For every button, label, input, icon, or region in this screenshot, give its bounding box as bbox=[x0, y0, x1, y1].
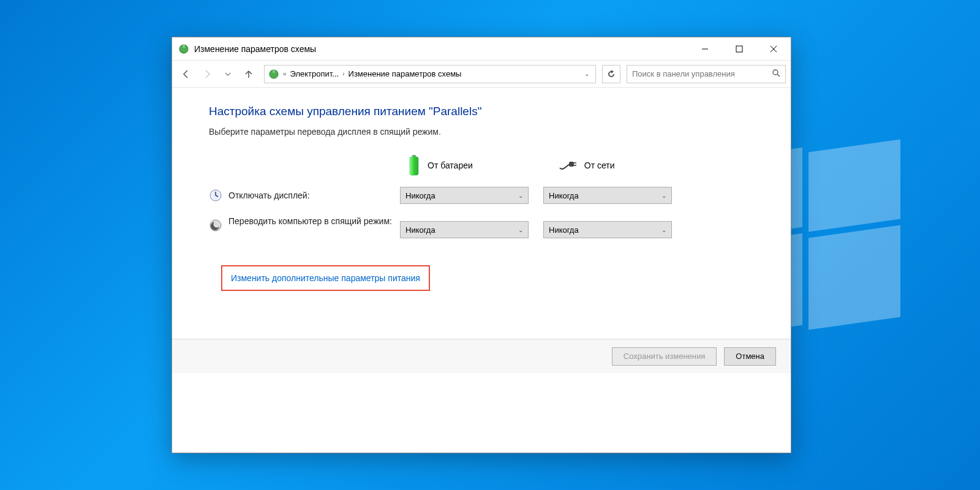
refresh-button[interactable] bbox=[602, 65, 620, 83]
plugged-column-header: От сети bbox=[559, 159, 615, 172]
page-title: Настройка схемы управления питанием "Par… bbox=[209, 105, 754, 118]
control-panel-window: Изменение параметров схемы bbox=[172, 37, 791, 453]
select-value: Никогда bbox=[405, 191, 518, 200]
breadcrumb-chevron-icon: › bbox=[342, 70, 344, 77]
search-placeholder: Поиск в панели управления bbox=[632, 69, 772, 78]
sleep-label: Переводить компьютер в спящий режим: bbox=[228, 216, 400, 226]
close-button[interactable] bbox=[756, 37, 791, 60]
chevron-down-icon: ⌄ bbox=[518, 192, 523, 199]
chevron-down-icon bbox=[225, 71, 231, 77]
display-icon bbox=[209, 189, 222, 202]
recent-button[interactable] bbox=[219, 65, 237, 83]
svg-rect-3 bbox=[736, 46, 742, 52]
cancel-button-label: Отмена bbox=[736, 352, 764, 361]
advanced-link-highlight: Изменить дополнительные параметры питани… bbox=[221, 265, 430, 291]
svg-point-8 bbox=[773, 70, 778, 75]
refresh-icon bbox=[607, 70, 616, 78]
breadcrumb-dropdown-icon[interactable]: ⌄ bbox=[582, 70, 592, 77]
display-off-battery-select[interactable]: Никогда ⌄ bbox=[400, 187, 529, 204]
power-options-icon bbox=[268, 69, 279, 80]
plugged-label: От сети bbox=[584, 160, 615, 170]
navbar: « Электропит... › Изменение параметров с… bbox=[172, 61, 791, 88]
chevron-down-icon: ⌄ bbox=[518, 227, 523, 233]
breadcrumb-sep-icon: « bbox=[283, 70, 287, 77]
back-button[interactable] bbox=[177, 65, 195, 83]
svg-rect-10 bbox=[412, 155, 416, 157]
search-input[interactable]: Поиск в панели управления bbox=[627, 65, 786, 83]
sleep-plugged-select[interactable]: Никогда ⌄ bbox=[543, 221, 672, 238]
search-icon bbox=[772, 69, 780, 79]
battery-icon bbox=[408, 155, 420, 176]
up-button[interactable] bbox=[239, 65, 258, 83]
save-button: Сохранить изменения bbox=[612, 347, 717, 366]
chevron-down-icon: ⌄ bbox=[662, 227, 666, 233]
content-area: Настройка схемы управления питанием "Par… bbox=[172, 88, 791, 339]
display-off-plugged-select[interactable]: Никогда ⌄ bbox=[543, 187, 672, 204]
advanced-settings-link[interactable]: Изменить дополнительные параметры питани… bbox=[231, 273, 420, 283]
back-icon bbox=[181, 69, 191, 79]
svg-rect-1 bbox=[183, 45, 185, 48]
breadcrumb-current[interactable]: Изменение параметров схемы bbox=[349, 69, 462, 78]
svg-line-9 bbox=[777, 74, 780, 77]
power-options-icon bbox=[178, 43, 189, 55]
select-value: Никогда bbox=[549, 225, 662, 235]
chevron-down-icon: ⌄ bbox=[662, 192, 666, 199]
button-bar: Сохранить изменения Отмена bbox=[172, 339, 791, 373]
battery-column-header: От батареи bbox=[408, 155, 473, 176]
display-off-label: Отключать дисплей: bbox=[228, 190, 400, 200]
breadcrumb-parent[interactable]: Электропит... bbox=[290, 69, 339, 78]
page-subtitle: Выберите параметры перевода дисплея в сп… bbox=[209, 127, 754, 137]
titlebar: Изменение параметров схемы bbox=[172, 37, 791, 61]
forward-button bbox=[198, 65, 216, 83]
minimize-icon bbox=[701, 45, 709, 53]
select-value: Никогда bbox=[549, 191, 662, 200]
up-icon bbox=[244, 69, 254, 79]
cancel-button[interactable]: Отмена bbox=[724, 347, 776, 366]
maximize-icon bbox=[736, 45, 743, 53]
minimize-button[interactable] bbox=[688, 37, 722, 60]
breadcrumb[interactable]: « Электропит... › Изменение параметров с… bbox=[264, 65, 596, 83]
sleep-row: Переводить компьютер в спящий режим: Ник… bbox=[209, 216, 754, 238]
svg-rect-11 bbox=[410, 157, 418, 175]
display-off-row: Отключать дисплей: Никогда ⌄ Никогда ⌄ bbox=[209, 187, 754, 204]
close-icon bbox=[770, 45, 777, 53]
battery-label: От батареи bbox=[428, 160, 473, 170]
sleep-battery-select[interactable]: Никогда ⌄ bbox=[400, 221, 529, 238]
svg-rect-7 bbox=[273, 70, 275, 73]
forward-icon bbox=[202, 69, 212, 79]
columns-header: От батареи От сети bbox=[209, 155, 754, 176]
select-value: Никогда bbox=[405, 225, 518, 235]
sleep-icon bbox=[209, 219, 222, 232]
svg-rect-12 bbox=[569, 162, 574, 167]
maximize-button[interactable] bbox=[722, 37, 756, 60]
window-title: Изменение параметров схемы bbox=[194, 44, 688, 54]
save-button-label: Сохранить изменения bbox=[624, 352, 706, 361]
plug-icon bbox=[559, 159, 577, 172]
